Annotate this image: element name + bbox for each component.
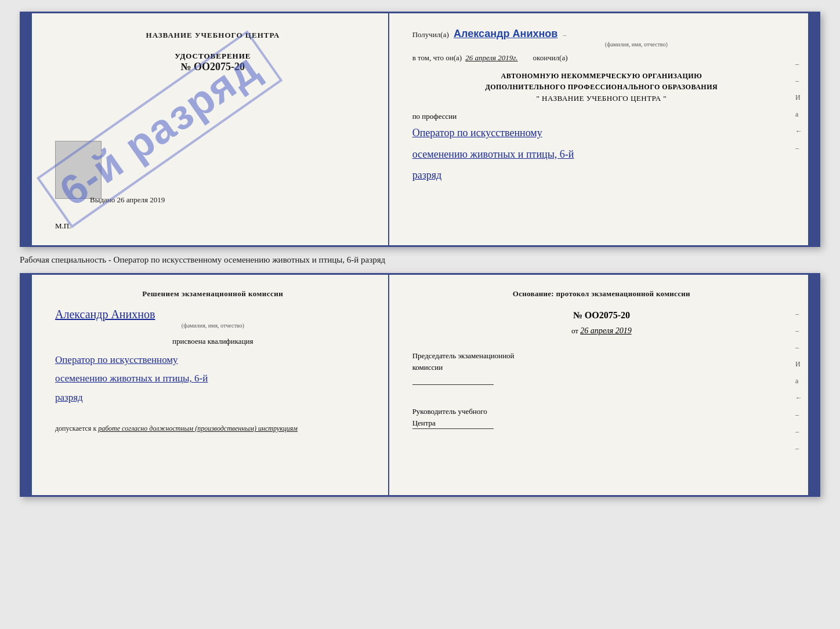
cert-center-title: НАЗВАНИЕ УЧЕБНОГО ЦЕНТРА bbox=[55, 31, 371, 40]
dopuskaetsya-text: работе согласно должностным (производств… bbox=[98, 424, 298, 432]
profession-block: Оператор по искусственному осеменению жи… bbox=[412, 123, 791, 184]
document-container: НАЗВАНИЕ УЧЕБНОГО ЦЕНТРА УДОСТОВЕРЕНИЕ №… bbox=[20, 12, 820, 497]
left-spine bbox=[21, 13, 32, 245]
issued-label: Выдано bbox=[90, 195, 115, 204]
bottom-left-panel: Решением экзаменационной комиссии Алекса… bbox=[32, 275, 389, 495]
right-side-marks: – – И а ← – bbox=[795, 60, 802, 152]
bottom-certificate-book: Решением экзаменационной комиссии Алекса… bbox=[20, 273, 820, 497]
cert-number-block: УДОСТОВЕРЕНИЕ № OO2075-20 bbox=[55, 52, 371, 73]
mp-label: М.П. bbox=[55, 221, 71, 231]
po-professii-label: по профессии bbox=[412, 112, 791, 121]
prisvoena-line: присвоена квалификация bbox=[55, 337, 371, 346]
chairman-line1: Председатель экзаменационной bbox=[412, 351, 515, 360]
bottom-qualification-block: Оператор по искусственному осеменению жи… bbox=[55, 351, 371, 407]
resheniem-line: Решением экзаменационной комиссии bbox=[55, 289, 371, 299]
dopuskaetsya-block: допускается к работе согласно должностны… bbox=[55, 424, 371, 433]
vtom-line: в том, что он(а) 26 апреля 2019г. окончи… bbox=[412, 53, 791, 63]
chairman-line2: комиссии bbox=[412, 363, 443, 372]
protocol-date-value: 26 апреля 2019 bbox=[580, 326, 631, 335]
org-line3: " НАЗВАНИЕ УЧЕБНОГО ЦЕНТРА " bbox=[412, 93, 791, 105]
profession-line3: разряд bbox=[412, 166, 791, 184]
bottom-right-spine bbox=[808, 275, 819, 495]
qualification-line3: разряд bbox=[55, 388, 371, 407]
udostoverenie-label: УДОСТОВЕРЕНИЕ bbox=[55, 52, 371, 61]
rukovoditel-label: Руководитель учебного Центра bbox=[412, 406, 791, 428]
dopuskaetsya-prefix: допускается к bbox=[55, 424, 96, 432]
qualification-line2: осеменению животных и птицы, 6-й bbox=[55, 369, 371, 388]
okonchil-label: окончил(а) bbox=[533, 53, 568, 63]
vtom-date: 26 апреля 2019г. bbox=[465, 53, 517, 63]
rukovoditel-line2: Центра bbox=[412, 419, 436, 427]
rukovoditel-block: Руководитель учебного Центра bbox=[412, 406, 791, 441]
specialty-label: Рабочая специальность - Оператор по иску… bbox=[20, 252, 820, 268]
org-block: АВТОНОМНУЮ НЕКОММЕРЧЕСКУЮ ОРГАНИЗАЦИЮ ДО… bbox=[412, 71, 791, 105]
person-name-subtitle: (фамилия, имя, отчество) bbox=[55, 322, 371, 329]
bottom-right-side-marks: – – – И а ← – – – bbox=[795, 310, 802, 453]
profession-line1: Оператор по искусственному bbox=[412, 123, 791, 142]
qualification-line1: Оператор по искусственному bbox=[55, 351, 371, 369]
chairman-label: Председатель экзаменационной комиссии bbox=[412, 350, 791, 373]
rukovoditel-line1: Руководитель учебного bbox=[412, 407, 487, 416]
received-prefix: Получил(а) bbox=[412, 30, 449, 39]
profession-line2: осеменению животных и птицы, 6-й bbox=[412, 145, 791, 163]
cert-right-panel: Получил(а) Александр Анихнов – (фамилия,… bbox=[389, 13, 808, 245]
cert-number: № OO2075-20 bbox=[55, 61, 371, 73]
photo-placeholder bbox=[55, 141, 102, 199]
issued-date-value: 26 апреля 2019 bbox=[117, 195, 165, 204]
received-line: Получил(а) Александр Анихнов – (фамилия,… bbox=[412, 28, 791, 48]
rukovoditel-signature-line bbox=[412, 428, 494, 429]
vtom-prefix: в том, что он(а) bbox=[412, 53, 462, 63]
cert-left-panel: НАЗВАНИЕ УЧЕБНОГО ЦЕНТРА УДОСТОВЕРЕНИЕ №… bbox=[32, 13, 389, 245]
chairman-block: Председатель экзаменационной комиссии bbox=[412, 350, 791, 397]
chairman-signature-line bbox=[412, 384, 494, 385]
ot-prefix: от bbox=[571, 326, 578, 335]
issued-date-block: Выдано 26 апреля 2019 bbox=[90, 195, 165, 205]
received-name: Александр Анихнов bbox=[454, 28, 557, 39]
top-certificate-book: НАЗВАНИЕ УЧЕБНОГО ЦЕНТРА УДОСТОВЕРЕНИЕ №… bbox=[20, 12, 820, 247]
protocol-number: № OO2075-20 bbox=[412, 310, 791, 321]
right-spine bbox=[808, 13, 819, 245]
bottom-right-panel: Основание: протокол экзаменационной коми… bbox=[389, 275, 808, 495]
received-name-dash: – bbox=[563, 31, 567, 38]
org-line2: ДОПОЛНИТЕЛЬНОГО ПРОФЕССИОНАЛЬНОГО ОБРАЗО… bbox=[412, 82, 791, 93]
received-name-subtitle: (фамилия, имя, отчество) bbox=[482, 41, 791, 48]
person-name: Александр Анихнов bbox=[55, 308, 371, 321]
org-line1: АВТОНОМНУЮ НЕКОММЕРЧЕСКУЮ ОРГАНИЗАЦИЮ bbox=[412, 71, 791, 82]
protocol-date-block: от 26 апреля 2019 bbox=[412, 326, 791, 336]
osnovanie-line: Основание: протокол экзаменационной коми… bbox=[412, 289, 791, 299]
bottom-left-spine bbox=[21, 275, 32, 495]
